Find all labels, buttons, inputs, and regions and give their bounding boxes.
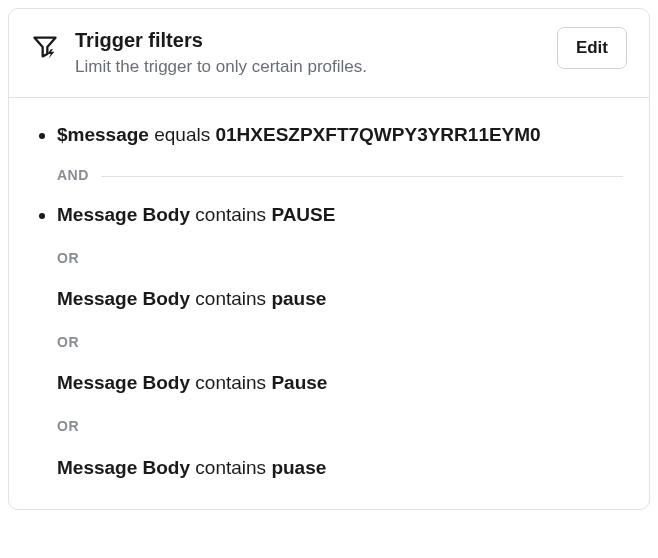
filter-value: PAUSE bbox=[271, 204, 335, 225]
connector-label: OR bbox=[57, 249, 79, 269]
connector-or: OR bbox=[57, 417, 623, 437]
filter-operator: contains bbox=[195, 204, 266, 225]
filter-value: Pause bbox=[271, 372, 327, 393]
header-text: Trigger filters Limit the trigger to onl… bbox=[75, 27, 541, 79]
filter-condition: $message equals 01HXESZPXFT7QWPY3YRR11EY… bbox=[57, 122, 623, 149]
trigger-filters-card: Trigger filters Limit the trigger to onl… bbox=[8, 8, 650, 510]
filter-field: Message Body bbox=[57, 457, 190, 478]
connector-label: OR bbox=[57, 417, 79, 437]
filter-operator: contains bbox=[195, 457, 266, 478]
connector-label: OR bbox=[57, 333, 79, 353]
card-subtitle: Limit the trigger to only certain profil… bbox=[75, 55, 541, 79]
filter-field: Message Body bbox=[57, 372, 190, 393]
connector-or: OR bbox=[57, 333, 623, 353]
card-body: $message equals 01HXESZPXFT7QWPY3YRR11EY… bbox=[9, 98, 649, 509]
filter-condition: Message Body contains PAUSE bbox=[57, 202, 623, 229]
filter-value: puase bbox=[271, 457, 326, 478]
connector-and: AND bbox=[57, 166, 623, 186]
filter-operator: equals bbox=[154, 124, 210, 145]
filter-group-1: $message equals 01HXESZPXFT7QWPY3YRR11EY… bbox=[57, 122, 623, 186]
connector-line bbox=[101, 176, 623, 177]
edit-button[interactable]: Edit bbox=[557, 27, 627, 69]
filter-field: Message Body bbox=[57, 204, 190, 225]
filter-value: 01HXESZPXFT7QWPY3YRR11EYM0 bbox=[215, 124, 540, 145]
connector-label: AND bbox=[57, 166, 89, 186]
filter-value: pause bbox=[271, 288, 326, 309]
filter-field: $message bbox=[57, 124, 149, 145]
filter-list: $message equals 01HXESZPXFT7QWPY3YRR11EY… bbox=[35, 122, 623, 481]
card-header: Trigger filters Limit the trigger to onl… bbox=[9, 9, 649, 98]
filter-condition: Message Body contains pause bbox=[57, 286, 623, 313]
filter-condition: Message Body contains Pause bbox=[57, 370, 623, 397]
card-title: Trigger filters bbox=[75, 27, 541, 53]
filter-field: Message Body bbox=[57, 288, 190, 309]
filter-condition: Message Body contains puase bbox=[57, 455, 623, 482]
filter-bolt-icon bbox=[31, 33, 59, 61]
connector-or: OR bbox=[57, 249, 623, 269]
filter-operator: contains bbox=[195, 288, 266, 309]
filter-operator: contains bbox=[195, 372, 266, 393]
filter-group-2: Message Body contains PAUSE OR Message B… bbox=[57, 202, 623, 481]
